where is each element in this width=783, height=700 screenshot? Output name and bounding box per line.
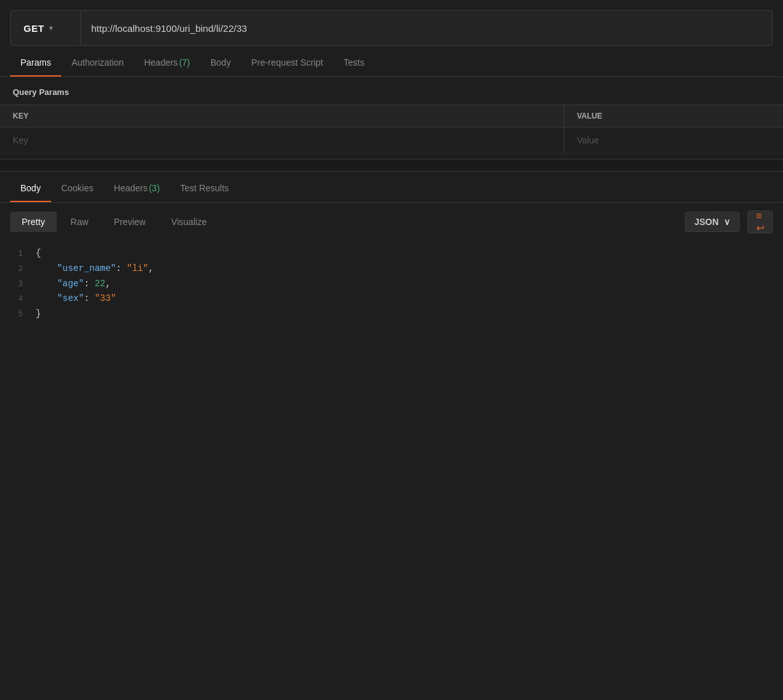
raw-button[interactable]: Raw	[59, 212, 100, 232]
value-column-header: VALUE	[564, 105, 783, 128]
value-input-cell[interactable]: Value	[564, 128, 783, 154]
line-number-2: 2	[10, 262, 36, 276]
method-dropdown[interactable]: GET ▾	[11, 11, 81, 45]
code-line-5: 5 }	[0, 307, 783, 322]
url-bar: GET ▾	[10, 10, 773, 46]
json-value-sex: "33"	[94, 293, 116, 303]
tab-headers[interactable]: Headers(7)	[134, 48, 200, 77]
chevron-down-icon: ▾	[49, 24, 53, 33]
method-label: GET	[24, 23, 44, 34]
response-tabs-bar: Body Cookies Headers(3) Test Results	[0, 174, 783, 203]
tab-body-request[interactable]: Body	[200, 48, 241, 77]
request-tabs-bar: Params Authorization Headers(7) Body Pre…	[0, 48, 783, 77]
tab-authorization[interactable]: Authorization	[61, 48, 134, 77]
url-input[interactable]	[81, 23, 772, 34]
tab-cookies[interactable]: Cookies	[51, 174, 104, 202]
code-line-4: 4 "sex": "33"	[0, 291, 783, 307]
code-viewer: 1 { 2 "user_name": "li", 3 "age": 22, 4 …	[0, 241, 783, 327]
json-value-age: 22	[94, 279, 105, 289]
code-line-1: 1 {	[0, 246, 783, 261]
wrap-button[interactable]: ≡↩	[747, 210, 773, 233]
params-table: KEY VALUE Key Value	[0, 105, 783, 154]
format-toolbar: Pretty Raw Preview Visualize JSON ∨ ≡↩	[0, 203, 783, 241]
preview-button[interactable]: Preview	[103, 212, 157, 232]
line-number-4: 4	[10, 292, 36, 306]
line-number-1: 1	[10, 247, 36, 261]
wrap-lines-icon: ≡↩	[756, 210, 765, 234]
key-column-header: KEY	[0, 105, 564, 128]
table-row: Key Value	[0, 128, 783, 154]
json-brace-open: {	[36, 248, 41, 258]
code-line-3: 3 "age": 22,	[0, 277, 783, 292]
tab-response-headers[interactable]: Headers(3)	[104, 174, 170, 202]
query-params-title: Query Params	[0, 77, 783, 105]
json-key-age: "age"	[57, 279, 84, 289]
json-key-username: "user_name"	[57, 263, 116, 273]
line-number-5: 5	[10, 307, 36, 321]
tab-params[interactable]: Params	[10, 48, 61, 77]
tab-test-results[interactable]: Test Results	[170, 174, 239, 202]
section-divider	[0, 159, 783, 171]
json-key-sex: "sex"	[57, 293, 84, 303]
tab-pre-request-script[interactable]: Pre-request Script	[241, 48, 333, 77]
tab-response-body[interactable]: Body	[10, 174, 51, 202]
line-number-3: 3	[10, 277, 36, 291]
json-chevron-icon: ∨	[724, 217, 730, 227]
code-line-2: 2 "user_name": "li",	[0, 261, 783, 277]
json-value-username: "li"	[127, 263, 149, 273]
json-brace-close: }	[36, 309, 41, 319]
visualize-button[interactable]: Visualize	[159, 212, 218, 232]
pretty-button[interactable]: Pretty	[10, 212, 57, 232]
key-input-cell[interactable]: Key	[0, 128, 564, 154]
tab-tests[interactable]: Tests	[333, 48, 375, 77]
json-format-select[interactable]: JSON ∨	[685, 212, 740, 232]
